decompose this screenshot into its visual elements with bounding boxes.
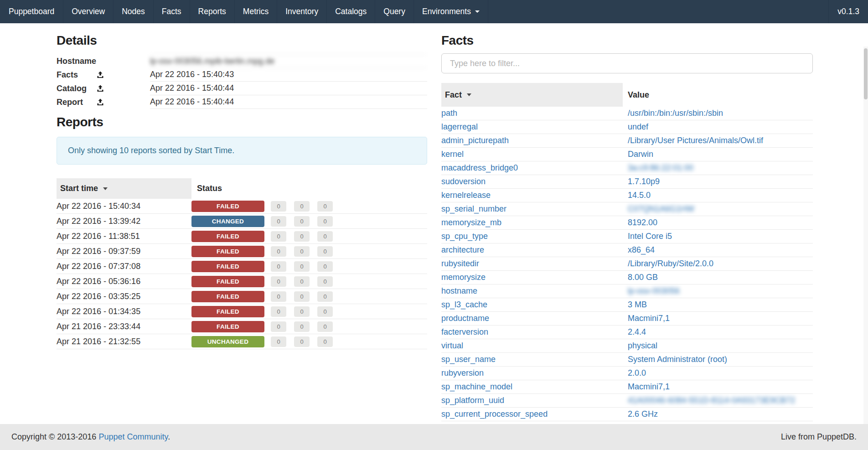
environments-label: Environments bbox=[422, 7, 471, 16]
report-start-time: Apr 22 2016 - 05:36:16 bbox=[57, 277, 191, 286]
fact-value-link[interactable]: 14.5.0 bbox=[628, 191, 651, 200]
fact-link[interactable]: rubyversion bbox=[441, 368, 484, 378]
table-row: path/usr/bin:/bin:/usr/sbin:/sbin bbox=[441, 107, 813, 120]
column-header-start-time[interactable]: Start time bbox=[57, 178, 191, 199]
puppet-community-link[interactable]: Puppet Community bbox=[98, 432, 168, 441]
fact-value-link[interactable]: /Library/Ruby/Site/2.0.0 bbox=[628, 259, 713, 268]
fact-value-link[interactable]: x86_64 bbox=[628, 245, 655, 254]
column-header-status[interactable]: Status bbox=[191, 184, 222, 193]
fact-link[interactable]: virtual bbox=[441, 341, 463, 350]
nav-item-environments[interactable]: Environments bbox=[414, 0, 488, 23]
fact-link[interactable]: rubysitedir bbox=[441, 259, 479, 268]
fact-link[interactable]: sp_platform_uuid bbox=[441, 396, 504, 405]
count-badge: 0 bbox=[294, 231, 310, 242]
fact-name-cell: productname bbox=[441, 314, 623, 323]
report-start-time: Apr 22 2016 - 15:40:34 bbox=[57, 202, 191, 211]
fact-value-link[interactable]: /usr/bin:/bin:/usr/sbin:/sbin bbox=[628, 109, 723, 118]
fact-link[interactable]: sp_current_processor_speed bbox=[441, 409, 548, 419]
fact-name-cell: sp_user_name bbox=[441, 355, 623, 364]
details-value: Apr 22 2016 - 15:40:43 bbox=[150, 68, 427, 82]
fact-value-link[interactable]: 8.00 GB bbox=[628, 273, 658, 282]
table-row: facterversion2.4.4 bbox=[441, 326, 813, 339]
count-badge: 0 bbox=[271, 321, 286, 332]
footer: Copyright © 2013-2016 Puppet Community. … bbox=[0, 424, 868, 450]
fact-value-link[interactable]: 2.0.0 bbox=[628, 368, 646, 378]
nav-item-reports[interactable]: Reports bbox=[190, 0, 235, 23]
fact-value-link[interactable]: 1.7.10p9 bbox=[628, 177, 660, 186]
fact-value-link[interactable]: 3 MB bbox=[628, 300, 647, 309]
fact-value-link[interactable]: Darwin bbox=[628, 150, 653, 159]
nav-item-query[interactable]: Query bbox=[375, 0, 414, 23]
nav-item-metrics[interactable]: Metrics bbox=[235, 0, 277, 23]
fact-value-link[interactable]: 8192.00 bbox=[628, 218, 657, 227]
count-badge: 0 bbox=[271, 246, 286, 257]
fact-link[interactable]: sp_machine_model bbox=[441, 382, 512, 391]
fact-value-cell: 2.4.4 bbox=[623, 327, 813, 337]
count-badge: 0 bbox=[317, 231, 333, 242]
fact-link[interactable]: lagerregal bbox=[441, 122, 478, 131]
fact-header-label: Fact bbox=[445, 90, 462, 100]
details-label-text: Catalog bbox=[57, 84, 97, 93]
fact-value-link[interactable]: Macmini7,1 bbox=[628, 314, 670, 323]
facts-filter-input[interactable] bbox=[441, 53, 813, 73]
fact-value-link[interactable]: lp-osx-003056 bbox=[628, 286, 680, 295]
fact-link[interactable]: sp_user_name bbox=[441, 355, 496, 364]
fact-link[interactable]: memorysize_mb bbox=[441, 218, 501, 227]
upload-icon[interactable] bbox=[97, 71, 104, 78]
fact-value-link[interactable]: System Administrator (root) bbox=[628, 355, 727, 364]
navbar: Puppetboard OverviewNodesFactsReportsMet… bbox=[0, 0, 868, 23]
fact-link[interactable]: architecture bbox=[441, 245, 484, 254]
fact-link[interactable]: hostname bbox=[441, 286, 477, 295]
fact-value-link[interactable]: undef bbox=[628, 122, 648, 131]
fact-value-link[interactable]: /Library/User Pictures/Animals/Owl.tif bbox=[628, 136, 763, 145]
fact-value-link[interactable]: Macmini7,1 bbox=[628, 382, 670, 391]
details-label-text: Report bbox=[57, 98, 97, 107]
fact-name-cell: sp_serial_number bbox=[441, 204, 623, 214]
nav-item-overview[interactable]: Overview bbox=[63, 0, 114, 23]
navbar-brand[interactable]: Puppetboard bbox=[0, 0, 63, 23]
fact-link[interactable]: macaddress_bridge0 bbox=[441, 163, 518, 172]
fact-link[interactable]: sp_l3_cache bbox=[441, 300, 487, 309]
fact-value-link[interactable]: C07QN1A6G1HW bbox=[628, 204, 694, 213]
fact-name-cell: sp_current_processor_speed bbox=[441, 409, 623, 419]
fact-link[interactable]: admin_picturepath bbox=[441, 136, 509, 145]
upload-icon[interactable] bbox=[97, 98, 104, 106]
nav-item-inventory[interactable]: Inventory bbox=[277, 0, 327, 23]
fact-link[interactable]: productname bbox=[441, 314, 489, 323]
reports-table-header: Start time Status bbox=[57, 178, 427, 199]
scrollbar-thumb[interactable] bbox=[864, 48, 868, 99]
report-start-time: Apr 22 2016 - 03:35:25 bbox=[57, 292, 191, 301]
status-badge: FAILED bbox=[191, 321, 264, 332]
nav-item-facts[interactable]: Facts bbox=[154, 0, 190, 23]
fact-value-cell: System Administrator (root) bbox=[623, 355, 813, 364]
count-badge: 0 bbox=[317, 201, 333, 212]
fact-link[interactable]: facterversion bbox=[441, 327, 488, 336]
fact-value-cell: /Library/User Pictures/Animals/Owl.tif bbox=[623, 136, 813, 145]
fact-value-link[interactable]: 41A00046-6084-551D-8114-0A93173E9CB72 bbox=[628, 396, 795, 405]
fact-link[interactable]: sp_cpu_type bbox=[441, 232, 488, 241]
fact-link[interactable]: kernel bbox=[441, 150, 464, 159]
fact-link[interactable]: memorysize bbox=[441, 273, 486, 282]
column-header-fact[interactable]: Fact bbox=[441, 83, 623, 107]
fact-value-link[interactable]: Intel Core i5 bbox=[628, 232, 672, 241]
fact-link[interactable]: sudoversion bbox=[441, 177, 486, 186]
table-row: sp_current_processor_speed2.6 GHz bbox=[441, 408, 813, 421]
fact-value-cell: 2.0.0 bbox=[623, 368, 813, 378]
fact-link[interactable]: sp_serial_number bbox=[441, 204, 506, 213]
fact-value-link[interactable]: 2.4.4 bbox=[628, 327, 646, 336]
nav-item-catalogs[interactable]: Catalogs bbox=[327, 0, 375, 23]
status-badge: FAILED bbox=[191, 276, 264, 287]
fact-value-link[interactable]: 3a:c9:86:22:01:00 bbox=[628, 163, 693, 172]
count-badge: 0 bbox=[271, 201, 286, 212]
fact-value-link[interactable]: physical bbox=[628, 341, 657, 350]
upload-icon[interactable] bbox=[97, 85, 104, 92]
status-badge: FAILED bbox=[191, 306, 264, 317]
table-row: rubysitedir/Library/Ruby/Site/2.0.0 bbox=[441, 257, 813, 271]
fact-link[interactable]: path bbox=[441, 109, 457, 118]
column-header-value[interactable]: Value bbox=[623, 90, 649, 100]
report-start-time: Apr 22 2016 - 01:34:35 bbox=[57, 307, 191, 316]
nav-item-nodes[interactable]: Nodes bbox=[114, 0, 154, 23]
fact-value-link[interactable]: 2.6 GHz bbox=[628, 409, 658, 419]
fact-link[interactable]: kernelrelease bbox=[441, 191, 491, 200]
facts-table: Fact Value path/usr/bin:/bin:/usr/sbin:/… bbox=[441, 83, 813, 421]
